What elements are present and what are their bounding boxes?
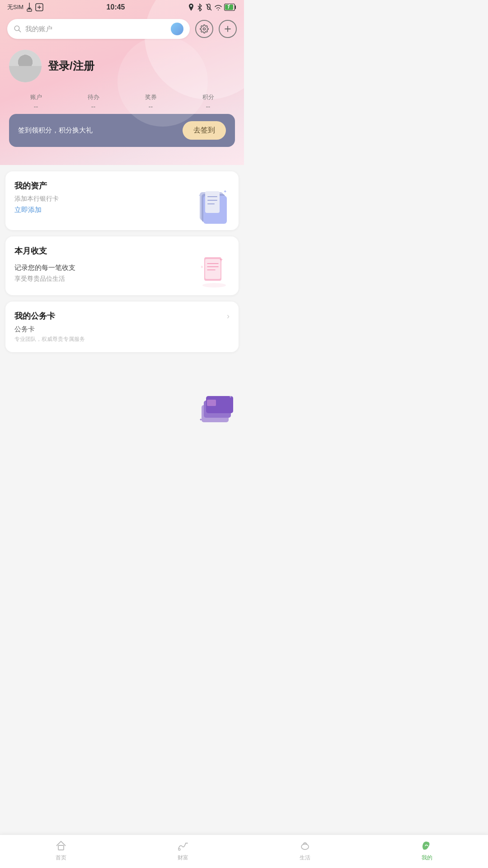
- add-button[interactable]: [219, 20, 237, 38]
- search-row: 我的账户: [0, 14, 244, 43]
- corporate-desc: 专业团队，权威尊贵专属服务: [14, 335, 230, 343]
- svg-point-2: [190, 5, 192, 7]
- asset-illustration: ✦ ✦: [192, 188, 232, 226]
- svg-rect-25: [205, 259, 221, 279]
- assets-card[interactable]: 我的资产 添加本行银行卡 立即添加 ✦ ✦: [5, 171, 239, 230]
- corporate-sub: 公务卡: [14, 325, 230, 334]
- stat-account[interactable]: 账户 --: [30, 93, 42, 110]
- svg-point-10: [203, 28, 206, 30]
- checkin-banner: 签到领积分，积分换大礼 去签到: [9, 114, 235, 147]
- gear-icon: [200, 24, 209, 33]
- svg-text:+: +: [220, 257, 223, 263]
- stat-account-label: 账户: [30, 93, 42, 101]
- search-placeholder: 我的账户: [25, 25, 167, 33]
- checkin-button[interactable]: 去签到: [183, 121, 226, 140]
- corporate-header: 我的公务卡 ›: [14, 311, 230, 321]
- wifi-icon: [214, 4, 222, 10]
- location-icon: [188, 3, 194, 11]
- stat-pending-label: 待办: [88, 93, 99, 101]
- stat-points-value: --: [202, 103, 214, 110]
- income-illustration: + +: [192, 253, 232, 291]
- checkin-text: 签到领积分，积分换大礼: [18, 126, 93, 135]
- search-icon: [14, 25, 22, 33]
- status-right: [188, 3, 237, 11]
- svg-rect-17: [205, 191, 220, 213]
- svg-text:+: +: [201, 264, 203, 269]
- search-bar[interactable]: 我的账户: [7, 19, 190, 39]
- stat-pending[interactable]: 待办 --: [88, 93, 99, 110]
- carrier-label: 无SIM: [7, 3, 23, 11]
- stat-coupon[interactable]: 奖券 --: [145, 93, 157, 110]
- battery-icon: [224, 4, 237, 11]
- status-left: 无SIM: [7, 3, 43, 12]
- plus-icon: [223, 24, 232, 33]
- time-display: 10:45: [107, 3, 125, 11]
- svg-point-23: [202, 283, 226, 288]
- main-content: 我的资产 添加本行银行卡 立即添加 ✦ ✦ 本月收支 记录您的每一笔收支 享受: [0, 165, 244, 395]
- mute-icon: [205, 3, 212, 11]
- stat-points-label: 积分: [202, 93, 214, 101]
- stat-points[interactable]: 积分 --: [202, 93, 214, 110]
- stat-pending-value: --: [88, 103, 99, 110]
- avatar: [9, 50, 42, 82]
- login-label[interactable]: 登录/注册: [48, 59, 94, 73]
- settings-button[interactable]: [195, 20, 213, 38]
- corporate-title: 我的公务卡: [14, 311, 55, 321]
- chevron-right-icon: ›: [227, 311, 230, 321]
- stat-coupon-value: --: [145, 103, 157, 110]
- svg-line-9: [19, 30, 21, 32]
- svg-text:✦: ✦: [198, 193, 202, 198]
- bluetooth-icon: [196, 3, 203, 11]
- usb-icon: [26, 3, 33, 12]
- income-card[interactable]: 本月收支 记录您的每一笔收支 享受尊贵品位生活 + +: [5, 236, 239, 295]
- svg-text:✦: ✦: [223, 189, 227, 194]
- corporate-card[interactable]: 我的公务卡 › 公务卡 专业团队，权威尊贵专属服务 ✦ ✦: [5, 302, 239, 352]
- profile-row[interactable]: 登录/注册: [0, 43, 244, 91]
- stat-account-value: --: [30, 103, 42, 110]
- nfc-icon: [35, 3, 43, 11]
- search-logo: [171, 23, 183, 35]
- stat-coupon-label: 奖券: [145, 93, 157, 101]
- stats-row: 账户 -- 待办 -- 奖券 -- 积分 --: [0, 91, 244, 114]
- status-bar: 无SIM 10:45: [0, 0, 244, 14]
